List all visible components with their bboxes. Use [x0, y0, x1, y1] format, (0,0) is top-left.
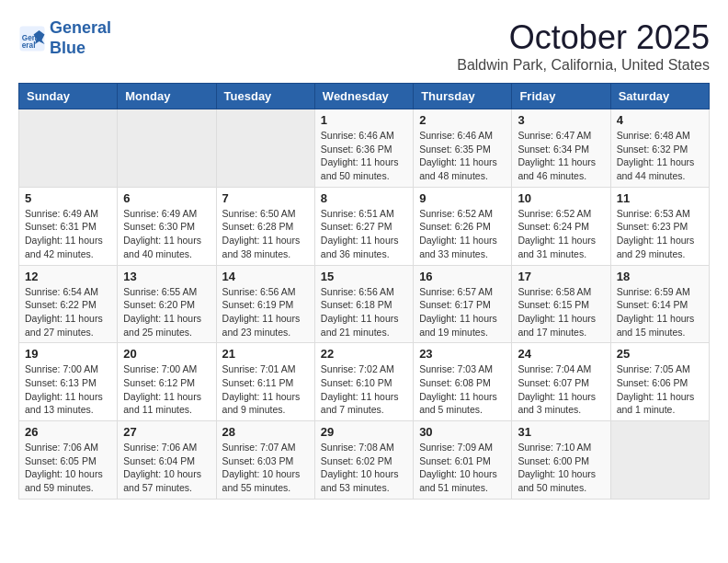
day-info: Sunrise: 6:51 AM Sunset: 6:27 PM Dayligh… — [321, 207, 407, 261]
day-info: Sunrise: 6:49 AM Sunset: 6:31 PM Dayligh… — [25, 207, 111, 261]
day-number: 8 — [321, 191, 407, 205]
day-number: 16 — [419, 270, 506, 283]
day-info: Sunrise: 7:04 AM Sunset: 6:07 PM Dayligh… — [518, 362, 604, 417]
day-number: 5 — [25, 191, 111, 205]
calendar-cell — [610, 421, 709, 500]
calendar-cell — [118, 109, 216, 188]
calendar-cell: 3Sunrise: 6:47 AM Sunset: 6:34 PM Daylig… — [512, 109, 610, 188]
calendar-cell: 11Sunrise: 6:53 AM Sunset: 6:23 PM Dayli… — [610, 187, 709, 265]
title-block: October 2025 Baldwin Park, California, U… — [457, 18, 710, 74]
logo: Gen eral General Blue — [18, 18, 111, 58]
calendar-cell: 12Sunrise: 6:54 AM Sunset: 6:22 PM Dayli… — [19, 265, 118, 343]
day-number: 24 — [518, 347, 604, 361]
weekday-header-cell: Thursday — [414, 84, 512, 109]
calendar-cell: 30Sunrise: 7:09 AM Sunset: 6:01 PM Dayli… — [414, 421, 512, 500]
page-header: Gen eral General Blue October 2025 Baldw… — [18, 18, 710, 74]
day-info: Sunrise: 7:05 AM Sunset: 6:06 PM Dayligh… — [617, 362, 703, 417]
calendar-week-row: 26Sunrise: 7:06 AM Sunset: 6:05 PM Dayli… — [19, 421, 710, 500]
day-info: Sunrise: 7:06 AM Sunset: 6:04 PM Dayligh… — [123, 441, 210, 495]
day-info: Sunrise: 7:07 AM Sunset: 6:03 PM Dayligh… — [222, 441, 309, 495]
day-number: 10 — [518, 191, 604, 205]
calendar-body: 1Sunrise: 6:46 AM Sunset: 6:36 PM Daylig… — [19, 109, 710, 500]
weekday-header-cell: Wednesday — [314, 84, 413, 109]
day-number: 26 — [25, 425, 111, 439]
day-info: Sunrise: 6:53 AM Sunset: 6:23 PM Dayligh… — [617, 207, 703, 261]
calendar-cell: 19Sunrise: 7:00 AM Sunset: 6:13 PM Dayli… — [19, 343, 118, 421]
day-info: Sunrise: 6:56 AM Sunset: 6:19 PM Dayligh… — [222, 285, 309, 339]
calendar-cell: 26Sunrise: 7:06 AM Sunset: 6:05 PM Dayli… — [19, 421, 118, 500]
day-number: 9 — [419, 191, 506, 205]
calendar-week-row: 19Sunrise: 7:00 AM Sunset: 6:13 PM Dayli… — [19, 343, 710, 421]
calendar-week-row: 5Sunrise: 6:49 AM Sunset: 6:31 PM Daylig… — [19, 187, 710, 265]
calendar-cell: 22Sunrise: 7:02 AM Sunset: 6:10 PM Dayli… — [314, 343, 413, 421]
day-info: Sunrise: 6:48 AM Sunset: 6:32 PM Dayligh… — [617, 129, 703, 183]
day-info: Sunrise: 7:10 AM Sunset: 6:00 PM Dayligh… — [518, 441, 604, 495]
day-info: Sunrise: 6:58 AM Sunset: 6:15 PM Dayligh… — [518, 285, 604, 339]
month-title: October 2025 — [457, 18, 710, 57]
calendar-cell: 4Sunrise: 6:48 AM Sunset: 6:32 PM Daylig… — [610, 109, 709, 188]
calendar-cell: 5Sunrise: 6:49 AM Sunset: 6:31 PM Daylig… — [19, 187, 118, 265]
day-number: 31 — [518, 425, 604, 439]
calendar-cell: 2Sunrise: 6:46 AM Sunset: 6:35 PM Daylig… — [414, 109, 512, 188]
day-info: Sunrise: 6:46 AM Sunset: 6:35 PM Dayligh… — [419, 129, 506, 183]
day-info: Sunrise: 7:06 AM Sunset: 6:05 PM Dayligh… — [25, 441, 111, 495]
day-info: Sunrise: 6:57 AM Sunset: 6:17 PM Dayligh… — [419, 285, 506, 339]
day-number: 28 — [222, 425, 309, 439]
calendar-cell: 28Sunrise: 7:07 AM Sunset: 6:03 PM Dayli… — [216, 421, 314, 500]
weekday-header-cell: Saturday — [610, 84, 709, 109]
calendar-week-row: 12Sunrise: 6:54 AM Sunset: 6:22 PM Dayli… — [19, 265, 710, 343]
day-number: 15 — [321, 270, 407, 283]
day-number: 17 — [518, 270, 604, 283]
day-number: 2 — [419, 113, 506, 127]
calendar-cell: 24Sunrise: 7:04 AM Sunset: 6:07 PM Dayli… — [512, 343, 610, 421]
day-number: 3 — [518, 113, 604, 127]
day-number: 25 — [617, 347, 703, 361]
day-number: 12 — [25, 270, 111, 283]
day-info: Sunrise: 6:47 AM Sunset: 6:34 PM Dayligh… — [518, 129, 604, 183]
day-info: Sunrise: 6:52 AM Sunset: 6:26 PM Dayligh… — [419, 207, 506, 261]
calendar-cell — [19, 109, 118, 188]
calendar-cell: 13Sunrise: 6:55 AM Sunset: 6:20 PM Dayli… — [118, 265, 216, 343]
logo-text: General Blue — [50, 18, 111, 58]
calendar-cell: 29Sunrise: 7:08 AM Sunset: 6:02 PM Dayli… — [314, 421, 413, 500]
svg-text:eral: eral — [22, 40, 36, 49]
calendar-cell: 17Sunrise: 6:58 AM Sunset: 6:15 PM Dayli… — [512, 265, 610, 343]
day-info: Sunrise: 7:09 AM Sunset: 6:01 PM Dayligh… — [419, 441, 506, 495]
day-info: Sunrise: 7:08 AM Sunset: 6:02 PM Dayligh… — [321, 441, 407, 495]
day-number: 20 — [123, 347, 210, 361]
day-number: 18 — [617, 270, 703, 283]
day-info: Sunrise: 7:03 AM Sunset: 6:08 PM Dayligh… — [419, 362, 506, 417]
calendar-cell: 16Sunrise: 6:57 AM Sunset: 6:17 PM Dayli… — [414, 265, 512, 343]
day-info: Sunrise: 6:50 AM Sunset: 6:28 PM Dayligh… — [222, 207, 309, 261]
day-number: 6 — [123, 191, 210, 205]
day-info: Sunrise: 6:49 AM Sunset: 6:30 PM Dayligh… — [123, 207, 210, 261]
weekday-header-cell: Friday — [512, 84, 610, 109]
calendar-week-row: 1Sunrise: 6:46 AM Sunset: 6:36 PM Daylig… — [19, 109, 710, 188]
weekday-header-cell: Monday — [118, 84, 216, 109]
calendar-cell: 25Sunrise: 7:05 AM Sunset: 6:06 PM Dayli… — [610, 343, 709, 421]
day-info: Sunrise: 6:54 AM Sunset: 6:22 PM Dayligh… — [25, 285, 111, 339]
logo-icon: Gen eral — [18, 25, 46, 52]
calendar-cell — [216, 109, 314, 188]
day-info: Sunrise: 6:59 AM Sunset: 6:14 PM Dayligh… — [617, 285, 703, 339]
day-number: 1 — [321, 113, 407, 127]
day-info: Sunrise: 6:52 AM Sunset: 6:24 PM Dayligh… — [518, 207, 604, 261]
weekday-header-cell: Tuesday — [216, 84, 314, 109]
day-info: Sunrise: 7:00 AM Sunset: 6:12 PM Dayligh… — [123, 362, 210, 417]
calendar-cell: 15Sunrise: 6:56 AM Sunset: 6:18 PM Dayli… — [314, 265, 413, 343]
day-info: Sunrise: 6:55 AM Sunset: 6:20 PM Dayligh… — [123, 285, 210, 339]
day-number: 30 — [419, 425, 506, 439]
weekday-header-cell: Sunday — [19, 84, 118, 109]
calendar-cell: 7Sunrise: 6:50 AM Sunset: 6:28 PM Daylig… — [216, 187, 314, 265]
day-info: Sunrise: 7:02 AM Sunset: 6:10 PM Dayligh… — [321, 362, 407, 417]
day-number: 21 — [222, 347, 309, 361]
day-number: 11 — [617, 191, 703, 205]
day-info: Sunrise: 6:56 AM Sunset: 6:18 PM Dayligh… — [321, 285, 407, 339]
day-number: 29 — [321, 425, 407, 439]
calendar-table: SundayMondayTuesdayWednesdayThursdayFrid… — [18, 83, 710, 500]
calendar-cell: 6Sunrise: 6:49 AM Sunset: 6:30 PM Daylig… — [118, 187, 216, 265]
calendar-cell: 10Sunrise: 6:52 AM Sunset: 6:24 PM Dayli… — [512, 187, 610, 265]
day-number: 13 — [123, 270, 210, 283]
day-number: 19 — [25, 347, 111, 361]
day-number: 27 — [123, 425, 210, 439]
